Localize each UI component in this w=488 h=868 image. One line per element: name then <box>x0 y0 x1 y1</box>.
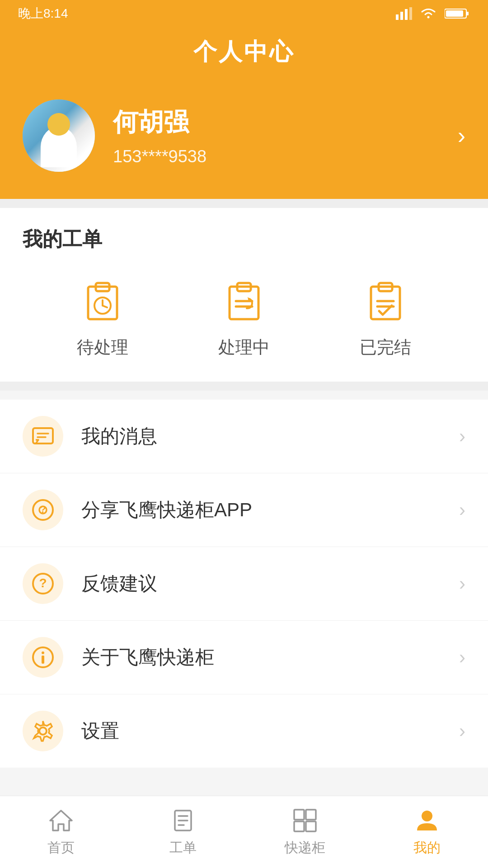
profile-name: 何胡强 <box>113 105 440 140</box>
share-label: 分享飞鹰快递柜APP <box>81 497 459 523</box>
svg-point-32 <box>39 727 47 735</box>
home-icon <box>47 807 75 834</box>
svg-text:?: ? <box>39 576 47 590</box>
feedback-label: 反馈建议 <box>81 571 459 596</box>
completed-label: 已完结 <box>360 336 411 359</box>
settings-label: 设置 <box>81 718 459 744</box>
profile-phone: 153****9538 <box>113 147 440 166</box>
orders-nav-label: 工单 <box>169 839 197 857</box>
pending-icon <box>78 275 127 325</box>
settings-icon-circle <box>23 711 63 751</box>
menu-item-about[interactable]: 关于飞鹰快递柜 › <box>0 621 488 694</box>
avatar <box>23 99 95 172</box>
nav-item-home[interactable]: 首页 <box>0 800 122 864</box>
svg-marker-33 <box>50 811 72 830</box>
svg-point-30 <box>42 651 44 654</box>
share-icon-circle: ? <box>23 490 63 530</box>
bottom-nav: 首页 工单 快递柜 <box>0 796 488 868</box>
settings-arrow-icon: › <box>459 720 465 742</box>
menu-item-feedback[interactable]: ? 反馈建议 › <box>0 547 488 621</box>
about-label: 关于飞鹰快递柜 <box>81 645 459 670</box>
menu-section: 我的消息 › ? 分享飞鹰快递柜APP › ? 反馈建议 › <box>0 400 488 768</box>
feedback-icon: ? <box>31 572 55 595</box>
signal-icon <box>396 7 412 20</box>
svg-rect-39 <box>306 810 316 820</box>
mine-nav-label: 我的 <box>413 839 441 857</box>
page-header: 个人中心 <box>0 27 488 86</box>
processing-icon <box>219 275 269 325</box>
svg-rect-2 <box>405 9 408 20</box>
battery-icon <box>445 7 470 20</box>
message-icon-circle <box>23 416 63 457</box>
locker-nav-label: 快递柜 <box>285 839 325 857</box>
feedback-arrow-icon: › <box>459 573 465 594</box>
svg-rect-38 <box>294 810 304 820</box>
svg-rect-5 <box>466 12 469 15</box>
work-order-items: 待处理 处理中 <box>23 275 465 359</box>
menu-item-messages[interactable]: 我的消息 › <box>0 400 488 473</box>
profile-section[interactable]: 何胡强 153****9538 › <box>0 86 488 199</box>
about-icon-circle <box>23 637 63 678</box>
mine-icon <box>413 807 441 834</box>
work-order-pending[interactable]: 待处理 <box>77 275 128 359</box>
nav-item-locker[interactable]: 快递柜 <box>244 800 366 864</box>
messages-label: 我的消息 <box>81 424 459 449</box>
svg-rect-40 <box>294 821 304 831</box>
settings-icon <box>31 719 55 743</box>
info-icon <box>31 646 55 669</box>
svg-rect-3 <box>409 7 412 20</box>
nav-item-orders[interactable]: 工单 <box>122 800 244 864</box>
share-icon: ? <box>31 498 55 522</box>
svg-point-42 <box>422 811 432 821</box>
message-icon <box>31 425 55 448</box>
svg-rect-31 <box>42 656 44 664</box>
status-time: 晚上8:14 <box>18 5 68 22</box>
page-title: 个人中心 <box>0 36 488 68</box>
about-arrow-icon: › <box>459 646 465 668</box>
svg-rect-41 <box>306 821 316 831</box>
work-orders-title: 我的工单 <box>23 226 465 253</box>
nav-item-mine[interactable]: 我的 <box>366 800 488 864</box>
svg-text:?: ? <box>40 504 46 515</box>
work-order-completed[interactable]: 已完结 <box>360 275 411 359</box>
wifi-icon <box>419 7 437 20</box>
menu-item-share[interactable]: ? 分享飞鹰快递柜APP › <box>0 473 488 547</box>
work-orders-section: 我的工单 待处理 <box>0 208 488 382</box>
svg-rect-0 <box>396 14 399 20</box>
status-icons <box>396 7 470 20</box>
completed-icon <box>361 275 410 325</box>
share-arrow-icon: › <box>459 499 465 521</box>
processing-label: 处理中 <box>218 336 270 359</box>
menu-divider <box>0 382 488 391</box>
messages-arrow-icon: › <box>459 425 465 447</box>
section-divider <box>0 199 488 208</box>
svg-rect-1 <box>400 12 403 20</box>
work-order-processing[interactable]: 处理中 <box>218 275 270 359</box>
home-nav-label: 首页 <box>47 839 75 857</box>
pending-label: 待处理 <box>77 336 128 359</box>
menu-item-settings[interactable]: 设置 › <box>0 694 488 768</box>
profile-info: 何胡强 153****9538 <box>113 105 440 166</box>
svg-line-11 <box>103 306 107 307</box>
locker-icon <box>291 807 319 834</box>
profile-arrow-icon: › <box>458 122 465 149</box>
svg-rect-6 <box>446 10 463 17</box>
svg-rect-21 <box>33 428 53 443</box>
status-bar: 晚上8:14 <box>0 0 488 27</box>
orders-icon <box>169 807 197 834</box>
feedback-icon-circle: ? <box>23 563 63 604</box>
